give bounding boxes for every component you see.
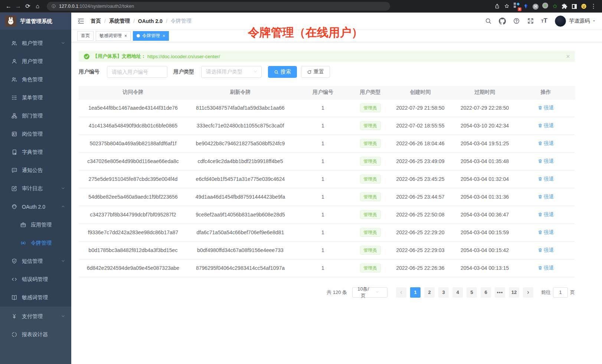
- github-icon[interactable]: [499, 17, 506, 25]
- user-name[interactable]: 芋道源码: [569, 18, 590, 24]
- hamburger-icon[interactable]: [77, 17, 85, 25]
- sidebar-item-dict-management[interactable]: 字典管理: [0, 143, 71, 161]
- extension-grid-icon[interactable]: 9: [511, 3, 521, 10]
- extension-split-icon[interactable]: [569, 3, 579, 10]
- info-icon[interactable]: [51, 4, 56, 9]
- sidebar-item-application-management[interactable]: 应用管理: [0, 216, 71, 234]
- force-logout-button[interactable]: 强退: [538, 229, 554, 236]
- expire-time-cell: 2054-03-04 00:13:15: [453, 259, 517, 277]
- notice-icon: [11, 167, 17, 173]
- sidebar-item-dept-management[interactable]: 部门管理: [0, 107, 71, 125]
- user-type-tag: 管理员: [360, 157, 381, 166]
- home-icon[interactable]: ⌂: [33, 3, 42, 10]
- delete-icon: [538, 212, 544, 217]
- table-row: c342377bf8b344799dcbf7bf095287f29ce8ef2a…: [79, 206, 575, 224]
- tab-sensitive-word[interactable]: 敏感词管理×: [96, 31, 131, 41]
- extension-star-icon[interactable]: ✩: [550, 3, 560, 10]
- fullscreen-icon[interactable]: [527, 17, 534, 25]
- create-time-cell: 2022-07-29 21:58:50: [388, 99, 453, 117]
- goto-page-input[interactable]: [553, 287, 568, 298]
- access-token-cell: 1ea5e44f8bc1467aaede43144f31de76: [79, 99, 187, 117]
- reset-button[interactable]: 重置: [301, 66, 330, 78]
- reload-icon[interactable]: ⟳: [23, 3, 33, 10]
- tab-home[interactable]: 首页: [77, 31, 94, 41]
- sidebar-item-post-management[interactable]: 岗位管理: [0, 125, 71, 143]
- bookmark-star-icon[interactable]: [502, 3, 511, 10]
- sidebar-item-error-code-management[interactable]: 错误码管理: [0, 270, 71, 288]
- sidebar-item-user-management[interactable]: 用户管理: [0, 52, 71, 70]
- extension-puzzle-icon[interactable]: [560, 3, 569, 10]
- extension-gem-icon[interactable]: [521, 3, 531, 10]
- tab-token[interactable]: 令牌管理×: [133, 31, 169, 41]
- forward-icon[interactable]: →: [13, 3, 23, 10]
- back-icon[interactable]: ←: [4, 3, 13, 10]
- font-size-icon[interactable]: TT: [541, 17, 547, 25]
- help-icon[interactable]: [513, 17, 520, 25]
- sidebar-item-menu-management[interactable]: 菜单管理: [0, 89, 71, 107]
- sidebar-item-oauth2[interactable]: OAuth 2.0: [0, 198, 71, 216]
- force-logout-button[interactable]: 强退: [538, 105, 554, 111]
- sidebar-item-payment-management[interactable]: 支付管理: [0, 307, 71, 325]
- browser-menu-icon[interactable]: ⋮: [589, 3, 598, 10]
- sidebar-item-audit-log[interactable]: 审计日志: [0, 179, 71, 198]
- share-icon[interactable]: [492, 3, 502, 10]
- pager-page-3[interactable]: 3: [438, 287, 449, 298]
- force-logout-button[interactable]: 强退: [538, 193, 554, 200]
- pager-more-button[interactable]: •••: [495, 287, 505, 298]
- app-logo-row[interactable]: 芋道管理系统: [0, 13, 71, 30]
- page-size-select[interactable]: 10条/页: [352, 287, 387, 298]
- breadcrumb-item[interactable]: OAuth 2.0: [138, 18, 163, 24]
- force-logout-button[interactable]: 强退: [538, 247, 554, 254]
- force-logout-button[interactable]: 强退: [538, 176, 554, 182]
- pager-page-1[interactable]: 1: [410, 287, 421, 298]
- sidebar-item-sms-management[interactable]: 短信管理: [0, 252, 71, 270]
- user-id-input[interactable]: [107, 66, 167, 78]
- create-time-cell: 2022-06-25 23:49:09: [388, 152, 453, 170]
- tab-close-icon[interactable]: ×: [163, 33, 165, 39]
- pager-page-4[interactable]: 4: [452, 287, 463, 298]
- sidebar-item-tenant-management[interactable]: 租户管理: [0, 34, 71, 52]
- sidebar: 芋道管理系统 租户管理用户管理角色管理菜单管理部门管理岗位管理字典管理通知公告审…: [0, 13, 71, 364]
- user-id-label: 用户编号: [79, 69, 99, 75]
- alert-close-icon[interactable]: ✕: [566, 54, 570, 59]
- force-logout-button[interactable]: 强退: [538, 158, 554, 165]
- expire-time-cell: 2054-03-10 20:42:34: [453, 117, 517, 135]
- table-row: 41c41346a548490f9dc8b01c6bfe0865333ecfc7…: [79, 117, 575, 135]
- breadcrumb-item[interactable]: 系统管理: [109, 18, 130, 24]
- doc-link[interactable]: https://doc.iocoder.cn/user-center/: [147, 54, 220, 59]
- breadcrumb-item[interactable]: 首页: [91, 18, 101, 24]
- pager-page-12[interactable]: 12: [509, 287, 519, 298]
- sidebar-item-sensitive-word-management[interactable]: 敏感词管理: [0, 288, 71, 307]
- user-id-cell: 1: [293, 206, 353, 224]
- avatar[interactable]: [555, 16, 566, 27]
- sidebar-item-token-management[interactable]: 令牌管理: [0, 234, 71, 252]
- search-button[interactable]: 搜索: [268, 66, 297, 78]
- total-count: 共 120 条: [327, 289, 347, 296]
- delete-icon: [538, 176, 544, 181]
- caret-down-icon[interactable]: [592, 18, 596, 24]
- search-icon[interactable]: [485, 17, 492, 25]
- sidebar-item-report-designer[interactable]: 报表设计器: [0, 325, 71, 344]
- url-bar[interactable]: 127.0.0.1:1024/system/oauth2/token: [47, 2, 390, 11]
- force-logout-button[interactable]: 强退: [538, 140, 554, 147]
- pager-page-6[interactable]: 6: [481, 287, 491, 298]
- force-logout-button[interactable]: 强退: [538, 122, 554, 129]
- tab-close-icon[interactable]: ×: [124, 33, 127, 39]
- sidebar-item-notice-announcement[interactable]: 通知公告: [0, 161, 71, 179]
- delete-icon: [538, 265, 544, 270]
- extension-emoji-icon[interactable]: [579, 3, 589, 10]
- sidebar-menu: 租户管理用户管理角色管理菜单管理部门管理岗位管理字典管理通知公告审计日志OAut…: [0, 30, 71, 307]
- prev-page-button[interactable]: [396, 287, 406, 298]
- pager-page-5[interactable]: 5: [467, 287, 477, 298]
- sidebar-item-role-management[interactable]: 角色管理: [0, 70, 71, 89]
- user-type-tag: 管理员: [360, 228, 381, 237]
- pager-page-2[interactable]: 2: [424, 287, 435, 298]
- user-type-select[interactable]: 请选择用户类型: [201, 66, 262, 78]
- refresh-token-cell: 8796295f04064c2983414cc54af1097a: [187, 259, 293, 277]
- force-logout-button[interactable]: 强退: [538, 211, 554, 218]
- next-page-button[interactable]: [523, 287, 533, 298]
- extension-command-icon[interactable]: ⌘: [531, 3, 540, 10]
- extension-record-icon[interactable]: [540, 3, 550, 10]
- expire-time-cell: 2054-03-04 01:32:04: [453, 170, 517, 188]
- force-logout-button[interactable]: 强退: [538, 265, 554, 271]
